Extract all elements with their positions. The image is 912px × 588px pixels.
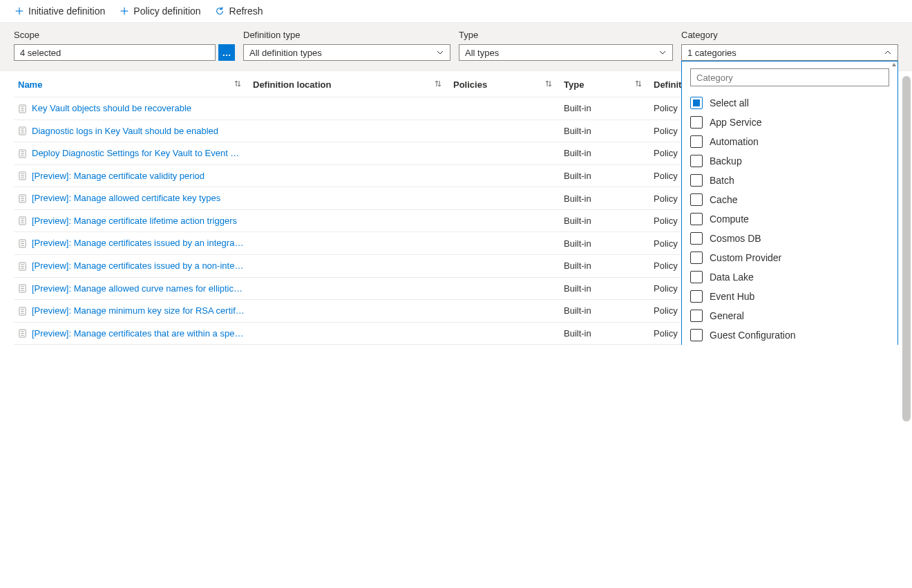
category-option[interactable]: Guest Configuration (690, 325, 889, 345)
cell-type: Built-in (560, 254, 649, 277)
cell-name[interactable]: [Preview]: Manage certificates issued by… (14, 232, 249, 255)
checkbox-unchecked-icon (690, 310, 703, 322)
cell-policies (449, 232, 560, 255)
cell-policies (449, 164, 560, 187)
checkbox-unchecked-icon (690, 116, 703, 129)
category-option-label: Batch (710, 175, 734, 186)
refresh-icon (215, 6, 225, 17)
category-filter: Category 1 categories Select all App Ser… (681, 30, 898, 61)
cell-type: Built-in (560, 300, 649, 323)
cell-name[interactable]: [Preview]: Manage certificates issued by… (14, 254, 249, 277)
category-option[interactable]: Batch (690, 171, 889, 190)
category-dropdown-panel: Select all App ServiceAutomationBackupBa… (681, 61, 898, 345)
cell-name[interactable]: Diagnostic logs in Key Vault should be e… (14, 120, 249, 142)
main-scrollbar[interactable] (900, 76, 912, 345)
category-option[interactable]: Backup (690, 151, 889, 171)
cell-definition-location (249, 232, 449, 255)
cell-name[interactable]: [Preview]: Manage minimum key size for R… (14, 300, 249, 323)
column-header-policies[interactable]: Policies (449, 71, 560, 97)
panel-scrollbar[interactable] (891, 61, 897, 345)
category-option-label: General (710, 310, 744, 321)
category-option-select-all[interactable]: Select all (690, 93, 889, 113)
cell-name[interactable]: [Preview]: Manage certificate validity p… (14, 164, 249, 187)
document-icon (18, 284, 28, 294)
cell-type: Built-in (560, 164, 649, 187)
type-filter: Type All types (459, 30, 673, 61)
sort-icon (544, 79, 554, 89)
column-header-name[interactable]: Name (14, 71, 249, 97)
category-option[interactable]: Cosmos DB (690, 229, 889, 248)
checkbox-unchecked-icon (690, 252, 703, 264)
document-icon (18, 194, 28, 204)
cell-policies (449, 120, 560, 142)
checkbox-unchecked-icon (690, 232, 703, 245)
type-value: All types (465, 48, 499, 58)
definition-type-label: Definition type (243, 30, 450, 40)
category-label: Category (681, 30, 898, 40)
category-option-label: App Service (710, 117, 761, 128)
cell-definition-location (249, 254, 449, 277)
category-option[interactable]: Cache (690, 190, 889, 209)
cell-policies (449, 300, 560, 323)
document-icon (18, 104, 28, 114)
refresh-label: Refresh (229, 6, 263, 17)
scope-input[interactable] (14, 44, 216, 61)
cell-name[interactable]: [Preview]: Manage certificates that are … (14, 322, 249, 345)
type-label: Type (459, 30, 673, 40)
chevron-down-icon (436, 48, 444, 57)
category-search-input[interactable] (690, 68, 889, 86)
checkbox-unchecked-icon (690, 329, 703, 341)
checkbox-unchecked-icon (690, 155, 703, 167)
column-header-definition-location[interactable]: Definition location (249, 71, 449, 97)
checkbox-unchecked-icon (690, 174, 703, 187)
refresh-button[interactable]: Refresh (215, 6, 263, 17)
initiative-definition-button[interactable]: Initiative definition (14, 6, 105, 17)
definition-type-dropdown[interactable]: All definition types (243, 44, 450, 61)
sort-icon (634, 79, 644, 89)
scroll-up-icon[interactable] (891, 61, 897, 68)
cell-name[interactable]: [Preview]: Manage allowed curve names fo… (14, 277, 249, 300)
cell-name[interactable]: [Preview]: Manage certificate lifetime a… (14, 209, 249, 232)
scope-filter: Scope … (14, 30, 235, 61)
cell-definition-location (249, 300, 449, 323)
checkbox-unchecked-icon (690, 213, 703, 225)
cell-policies (449, 254, 560, 277)
category-option[interactable]: General (690, 306, 889, 325)
category-dropdown[interactable]: 1 categories Select all App ServiceAutom… (681, 44, 898, 61)
cell-definition-location (249, 209, 449, 232)
category-option-label: Custom Provider (710, 252, 781, 263)
checkbox-indeterminate-icon (690, 97, 703, 109)
initiative-definition-label: Initiative definition (28, 6, 105, 17)
category-option[interactable]: Custom Provider (690, 248, 889, 267)
cell-definition-location (249, 164, 449, 187)
checkbox-unchecked-icon (690, 135, 703, 148)
column-header-type[interactable]: Type (560, 71, 649, 97)
select-all-label: Select all (710, 97, 749, 108)
policy-definition-button[interactable]: Policy definition (119, 6, 200, 17)
cell-name[interactable]: Deploy Diagnostic Settings for Key Vault… (14, 142, 249, 165)
document-icon (18, 149, 28, 159)
category-option[interactable]: Compute (690, 209, 889, 229)
cell-policies (449, 209, 560, 232)
category-option[interactable]: Automation (690, 132, 889, 151)
category-option-list: Select all App ServiceAutomationBackupBa… (690, 93, 889, 345)
chevron-down-icon (658, 48, 667, 57)
checkbox-unchecked-icon (690, 271, 703, 283)
cell-policies (449, 97, 560, 120)
cell-definition-location (249, 97, 449, 120)
cell-type: Built-in (560, 277, 649, 300)
cell-definition-location (249, 187, 449, 210)
scrollbar-thumb[interactable] (902, 76, 911, 345)
cell-name[interactable]: [Preview]: Manage allowed certificate ke… (14, 187, 249, 210)
category-option[interactable]: Data Lake (690, 267, 889, 287)
category-value: 1 categories (687, 48, 737, 58)
category-option[interactable]: App Service (690, 113, 889, 132)
document-icon (18, 329, 28, 339)
document-icon (18, 262, 28, 272)
scope-picker-button[interactable]: … (218, 44, 235, 61)
category-option[interactable]: Event Hub (690, 287, 889, 306)
cell-name[interactable]: Key Vault objects should be recoverable (14, 97, 249, 120)
type-dropdown[interactable]: All types (459, 44, 673, 61)
plus-icon (119, 6, 129, 17)
category-option-label: Backup (710, 155, 742, 167)
